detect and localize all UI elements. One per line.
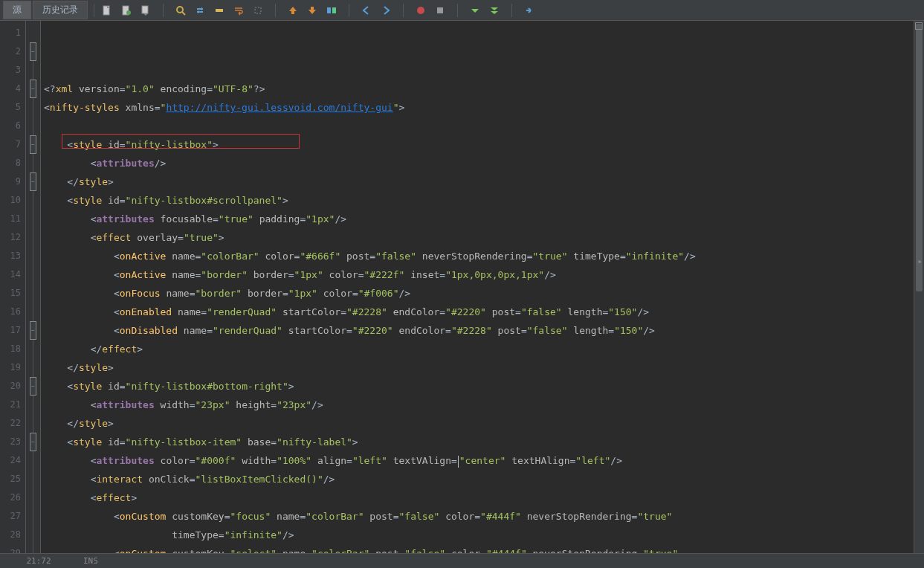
code-line[interactable]: </style> [44,172,924,191]
code-line[interactable]: timeType="infinite"/> [44,526,924,544]
code-line[interactable]: <attributes focusable="true" padding="1p… [44,210,924,228]
stop-icon[interactable] [433,4,447,17]
down-green-icon[interactable] [468,4,482,17]
code-line[interactable]: <onActive name="border" border="1px" col… [44,265,924,284]
code-line[interactable]: <attributes color="#000f" width="100%" a… [44,451,924,470]
minimize-icon[interactable] [915,22,923,30]
code-line[interactable] [44,117,924,135]
svg-rect-11 [332,7,336,13]
code-line[interactable]: <style id="nifty-listbox#bottom-right"> [44,377,924,396]
code-line[interactable]: <style id="nifty-listbox-item" base="nif… [44,433,924,451]
up-orange-icon[interactable] [286,4,300,17]
code-line[interactable]: <onEnabled name="renderQuad" startColor=… [44,303,924,321]
wrap-icon[interactable] [232,4,245,17]
svg-point-2 [126,10,131,15]
code-line[interactable]: <attributes width="23px" height="23px"/> [44,396,924,414]
fold-toggle[interactable]: − [30,377,36,396]
svg-rect-9 [311,7,314,10]
svg-line-5 [182,12,185,15]
code-line[interactable]: <onActive name="colorBar" color="#666f" … [44,247,924,265]
fold-toggle[interactable]: − [30,80,36,98]
code-line[interactable]: <onCustom customKey="focus" name="colorB… [44,507,924,526]
code-line[interactable]: <onDisabled name="renderQuad" startColor… [44,321,924,340]
code-line[interactable]: <interact onClick="listBoxItemClicked()"… [44,470,924,488]
code-line[interactable]: <nifty-styles xmlns="http://nifty-gui.le… [44,98,924,117]
record-icon[interactable] [414,4,427,17]
doc-icon[interactable] [100,4,114,17]
cursor-position: 21:72 [9,556,68,566]
find-icon[interactable] [174,4,187,17]
code-line[interactable]: </style> [44,358,924,377]
code-line[interactable]: <style id="nifty-listbox"> [44,135,924,154]
svg-rect-7 [255,7,261,13]
marker-icon[interactable] [251,4,265,17]
diff-icon[interactable] [325,4,338,17]
code-line[interactable]: </effect> [44,340,924,358]
replace-icon[interactable] [193,4,207,17]
fold-toggle[interactable]: − [30,42,36,61]
svg-rect-0 [103,6,109,15]
code-line[interactable]: <onCustom customKey="select" name="color… [44,544,924,553]
svg-rect-10 [327,7,331,13]
code-line[interactable]: <attributes/> [44,154,924,172]
run-blue-icon[interactable] [523,4,536,17]
svg-rect-3 [142,6,148,13]
line-number-gutter: 1234567891011121314151617181920212223242… [0,21,26,553]
scrollbar-thumb[interactable] [916,24,923,291]
code-line[interactable]: <onFocus name="border" border="1px" colo… [44,284,924,303]
svg-point-4 [177,7,183,13]
fold-toggle[interactable]: − [30,433,36,451]
code-area[interactable]: <?xml version="1.0" encoding="UTF-8"?><n… [41,21,924,553]
insert-mode: INS [83,556,98,566]
back-icon[interactable] [360,4,373,17]
code-line[interactable]: <style id="nifty-listbox#scrollpanel"> [44,191,924,210]
forward-icon[interactable] [379,4,392,17]
tab-source[interactable]: 源 [3,1,31,19]
svg-rect-8 [291,11,294,14]
code-line[interactable]: <?xml version="1.0" encoding="UTF-8"?> [44,80,924,98]
code-editor[interactable]: 1234567891011121314151617181920212223242… [0,21,924,553]
fold-column[interactable]: −−−−−−− [26,21,41,553]
marker-icon[interactable]: ▸ [917,256,923,266]
status-bar: 21:72 INS [0,553,924,568]
highlight-icon[interactable] [213,4,226,17]
fold-toggle[interactable]: − [30,172,36,191]
tab-history[interactable]: 历史记录 [33,1,88,19]
svg-rect-6 [216,9,223,12]
code-line[interactable]: </style> [44,414,924,433]
svg-point-12 [417,7,424,14]
down-orange-icon[interactable] [306,4,319,17]
toolbar: 源 历史记录 [0,0,924,21]
fold-toggle[interactable]: − [30,135,36,154]
vertical-scrollbar[interactable] [914,21,924,553]
doc-refresh-icon[interactable] [120,4,133,17]
code-line[interactable]: <effect> [44,488,924,507]
down-double-green-icon[interactable] [488,4,501,17]
svg-rect-13 [437,7,443,13]
code-line[interactable]: <effect overlay="true"> [44,228,924,247]
fold-toggle[interactable]: − [30,321,36,340]
doc-down-icon[interactable] [139,4,152,17]
